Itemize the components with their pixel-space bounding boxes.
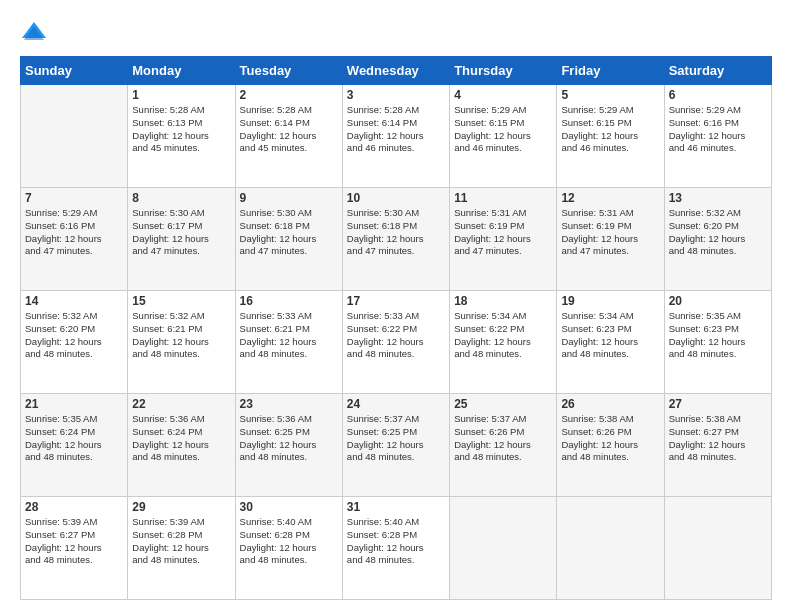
day-number: 6 — [669, 88, 767, 102]
calendar-cell: 22Sunrise: 5:36 AM Sunset: 6:24 PM Dayli… — [128, 394, 235, 497]
calendar-cell: 3Sunrise: 5:28 AM Sunset: 6:14 PM Daylig… — [342, 85, 449, 188]
calendar-cell: 21Sunrise: 5:35 AM Sunset: 6:24 PM Dayli… — [21, 394, 128, 497]
day-number: 9 — [240, 191, 338, 205]
day-info: Sunrise: 5:30 AM Sunset: 6:18 PM Dayligh… — [347, 207, 445, 258]
calendar-cell: 25Sunrise: 5:37 AM Sunset: 6:26 PM Dayli… — [450, 394, 557, 497]
day-info: Sunrise: 5:33 AM Sunset: 6:22 PM Dayligh… — [347, 310, 445, 361]
day-number: 23 — [240, 397, 338, 411]
calendar-cell: 20Sunrise: 5:35 AM Sunset: 6:23 PM Dayli… — [664, 291, 771, 394]
calendar-cell: 26Sunrise: 5:38 AM Sunset: 6:26 PM Dayli… — [557, 394, 664, 497]
day-number: 20 — [669, 294, 767, 308]
calendar-cell: 28Sunrise: 5:39 AM Sunset: 6:27 PM Dayli… — [21, 497, 128, 600]
day-info: Sunrise: 5:39 AM Sunset: 6:28 PM Dayligh… — [132, 516, 230, 567]
page: SundayMondayTuesdayWednesdayThursdayFrid… — [0, 0, 792, 612]
calendar-cell: 18Sunrise: 5:34 AM Sunset: 6:22 PM Dayli… — [450, 291, 557, 394]
calendar-cell: 1Sunrise: 5:28 AM Sunset: 6:13 PM Daylig… — [128, 85, 235, 188]
day-number: 7 — [25, 191, 123, 205]
calendar-cell: 19Sunrise: 5:34 AM Sunset: 6:23 PM Dayli… — [557, 291, 664, 394]
calendar-cell: 2Sunrise: 5:28 AM Sunset: 6:14 PM Daylig… — [235, 85, 342, 188]
day-info: Sunrise: 5:30 AM Sunset: 6:18 PM Dayligh… — [240, 207, 338, 258]
day-number: 11 — [454, 191, 552, 205]
day-number: 26 — [561, 397, 659, 411]
day-number: 18 — [454, 294, 552, 308]
calendar-cell: 5Sunrise: 5:29 AM Sunset: 6:15 PM Daylig… — [557, 85, 664, 188]
day-number: 10 — [347, 191, 445, 205]
calendar-week-1: 1Sunrise: 5:28 AM Sunset: 6:13 PM Daylig… — [21, 85, 772, 188]
day-info: Sunrise: 5:32 AM Sunset: 6:21 PM Dayligh… — [132, 310, 230, 361]
calendar-cell: 8Sunrise: 5:30 AM Sunset: 6:17 PM Daylig… — [128, 188, 235, 291]
day-number: 24 — [347, 397, 445, 411]
day-info: Sunrise: 5:38 AM Sunset: 6:27 PM Dayligh… — [669, 413, 767, 464]
day-info: Sunrise: 5:39 AM Sunset: 6:27 PM Dayligh… — [25, 516, 123, 567]
calendar-week-4: 21Sunrise: 5:35 AM Sunset: 6:24 PM Dayli… — [21, 394, 772, 497]
day-info: Sunrise: 5:34 AM Sunset: 6:23 PM Dayligh… — [561, 310, 659, 361]
calendar-header-wednesday: Wednesday — [342, 57, 449, 85]
calendar-cell: 16Sunrise: 5:33 AM Sunset: 6:21 PM Dayli… — [235, 291, 342, 394]
calendar-cell: 24Sunrise: 5:37 AM Sunset: 6:25 PM Dayli… — [342, 394, 449, 497]
day-number: 22 — [132, 397, 230, 411]
calendar-header-thursday: Thursday — [450, 57, 557, 85]
calendar-cell: 29Sunrise: 5:39 AM Sunset: 6:28 PM Dayli… — [128, 497, 235, 600]
calendar-cell: 12Sunrise: 5:31 AM Sunset: 6:19 PM Dayli… — [557, 188, 664, 291]
header — [20, 18, 772, 46]
day-number: 5 — [561, 88, 659, 102]
day-number: 14 — [25, 294, 123, 308]
calendar-cell: 4Sunrise: 5:29 AM Sunset: 6:15 PM Daylig… — [450, 85, 557, 188]
calendar-header-sunday: Sunday — [21, 57, 128, 85]
day-info: Sunrise: 5:29 AM Sunset: 6:16 PM Dayligh… — [669, 104, 767, 155]
day-info: Sunrise: 5:36 AM Sunset: 6:25 PM Dayligh… — [240, 413, 338, 464]
calendar-header-saturday: Saturday — [664, 57, 771, 85]
day-number: 3 — [347, 88, 445, 102]
calendar-cell — [664, 497, 771, 600]
day-info: Sunrise: 5:34 AM Sunset: 6:22 PM Dayligh… — [454, 310, 552, 361]
day-number: 2 — [240, 88, 338, 102]
day-info: Sunrise: 5:40 AM Sunset: 6:28 PM Dayligh… — [347, 516, 445, 567]
calendar-table: SundayMondayTuesdayWednesdayThursdayFrid… — [20, 56, 772, 600]
calendar-cell: 6Sunrise: 5:29 AM Sunset: 6:16 PM Daylig… — [664, 85, 771, 188]
calendar-header-monday: Monday — [128, 57, 235, 85]
day-info: Sunrise: 5:36 AM Sunset: 6:24 PM Dayligh… — [132, 413, 230, 464]
calendar-header-row: SundayMondayTuesdayWednesdayThursdayFrid… — [21, 57, 772, 85]
day-info: Sunrise: 5:35 AM Sunset: 6:23 PM Dayligh… — [669, 310, 767, 361]
calendar-cell: 9Sunrise: 5:30 AM Sunset: 6:18 PM Daylig… — [235, 188, 342, 291]
day-number: 12 — [561, 191, 659, 205]
day-number: 16 — [240, 294, 338, 308]
day-number: 17 — [347, 294, 445, 308]
day-number: 21 — [25, 397, 123, 411]
calendar-week-5: 28Sunrise: 5:39 AM Sunset: 6:27 PM Dayli… — [21, 497, 772, 600]
day-info: Sunrise: 5:31 AM Sunset: 6:19 PM Dayligh… — [561, 207, 659, 258]
day-number: 31 — [347, 500, 445, 514]
calendar-week-3: 14Sunrise: 5:32 AM Sunset: 6:20 PM Dayli… — [21, 291, 772, 394]
day-info: Sunrise: 5:29 AM Sunset: 6:15 PM Dayligh… — [454, 104, 552, 155]
calendar-cell: 14Sunrise: 5:32 AM Sunset: 6:20 PM Dayli… — [21, 291, 128, 394]
calendar-cell: 11Sunrise: 5:31 AM Sunset: 6:19 PM Dayli… — [450, 188, 557, 291]
day-number: 8 — [132, 191, 230, 205]
calendar-header-tuesday: Tuesday — [235, 57, 342, 85]
calendar-cell — [557, 497, 664, 600]
day-number: 28 — [25, 500, 123, 514]
day-number: 13 — [669, 191, 767, 205]
calendar-cell — [450, 497, 557, 600]
day-info: Sunrise: 5:31 AM Sunset: 6:19 PM Dayligh… — [454, 207, 552, 258]
day-info: Sunrise: 5:32 AM Sunset: 6:20 PM Dayligh… — [25, 310, 123, 361]
day-info: Sunrise: 5:30 AM Sunset: 6:17 PM Dayligh… — [132, 207, 230, 258]
day-info: Sunrise: 5:37 AM Sunset: 6:26 PM Dayligh… — [454, 413, 552, 464]
day-info: Sunrise: 5:28 AM Sunset: 6:14 PM Dayligh… — [240, 104, 338, 155]
day-number: 27 — [669, 397, 767, 411]
calendar-week-2: 7Sunrise: 5:29 AM Sunset: 6:16 PM Daylig… — [21, 188, 772, 291]
day-info: Sunrise: 5:38 AM Sunset: 6:26 PM Dayligh… — [561, 413, 659, 464]
calendar-cell — [21, 85, 128, 188]
calendar-cell: 30Sunrise: 5:40 AM Sunset: 6:28 PM Dayli… — [235, 497, 342, 600]
day-number: 4 — [454, 88, 552, 102]
day-info: Sunrise: 5:28 AM Sunset: 6:14 PM Dayligh… — [347, 104, 445, 155]
calendar-header-friday: Friday — [557, 57, 664, 85]
logo-icon — [20, 18, 48, 46]
logo — [20, 18, 52, 46]
day-number: 29 — [132, 500, 230, 514]
day-number: 19 — [561, 294, 659, 308]
day-info: Sunrise: 5:32 AM Sunset: 6:20 PM Dayligh… — [669, 207, 767, 258]
calendar-cell: 13Sunrise: 5:32 AM Sunset: 6:20 PM Dayli… — [664, 188, 771, 291]
calendar-cell: 7Sunrise: 5:29 AM Sunset: 6:16 PM Daylig… — [21, 188, 128, 291]
calendar-cell: 23Sunrise: 5:36 AM Sunset: 6:25 PM Dayli… — [235, 394, 342, 497]
calendar-cell: 15Sunrise: 5:32 AM Sunset: 6:21 PM Dayli… — [128, 291, 235, 394]
